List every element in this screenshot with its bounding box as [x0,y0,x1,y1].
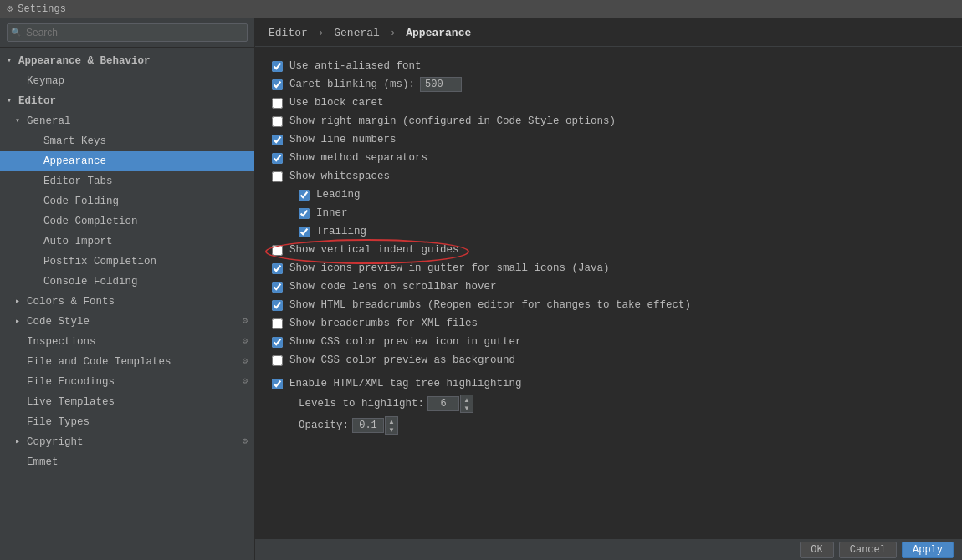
opacity-input[interactable] [352,418,384,433]
checkbox-indent-guides[interactable] [272,245,283,256]
content-panel: Editor › General › Appearance Use anti-a… [255,18,962,560]
caret-ms-input[interactable] [420,77,462,92]
gear-icon: ⚙ [242,374,248,389]
sidebar-item-file-types[interactable]: File Types [0,412,254,432]
setting-row-indent-guides: Show vertical indent guides [272,241,945,259]
sidebar-item-code-style[interactable]: Code Style⚙ [0,312,254,332]
breadcrumb-sep-1: › [318,27,331,39]
checkbox-right-margin[interactable] [272,116,283,127]
setting-row-anti-aliased: Use anti-aliased font [272,57,945,75]
sidebar-item-emmet[interactable]: Emmet [0,452,254,472]
settings-icon: ⚙ [7,3,13,15]
ok-button[interactable]: OK [800,542,833,558]
setting-label-icons-preview: Show icons preview in gutter for small i… [289,262,610,274]
setting-row-levels: Levels to highlight:▲▼ [299,393,945,415]
checkbox-leading[interactable] [299,190,310,201]
sidebar-item-label: Copyright [27,434,84,451]
sidebar-item-code-folding[interactable]: Code Folding [0,191,254,211]
checkbox-tag-highlighting[interactable] [272,379,283,389]
breadcrumb-sep-2: › [390,27,403,39]
bottom-bar: OK Cancel Apply [255,538,962,560]
breadcrumb-current: Appearance [406,27,471,39]
checkbox-block-caret[interactable] [272,98,283,109]
checkbox-anti-aliased[interactable] [272,61,283,72]
setting-row-html-breadcrumbs: Show HTML breadcrumbs (Reopen editor for… [272,296,945,314]
arrow-icon [15,115,23,128]
setting-label-inner: Inner [316,207,348,219]
arrow-icon [7,94,15,108]
sidebar-item-file-encodings[interactable]: File Encodings⚙ [0,372,254,392]
checkbox-html-breadcrumbs[interactable] [272,300,283,311]
sidebar-item-editor[interactable]: Editor [0,91,254,111]
setting-row-leading: Leading [299,186,945,204]
sidebar-item-auto-import[interactable]: Auto Import [0,232,254,252]
sidebar-item-postfix-completion[interactable]: Postfix Completion [0,252,254,272]
setting-row-css-color-icon: Show CSS color preview icon in gutter [272,333,945,351]
checkbox-whitespaces[interactable] [272,171,283,182]
opacity-down-button[interactable]: ▼ [386,425,397,434]
title-bar: ⚙ Settings [0,0,962,18]
setting-label-method-separators: Show method separators [289,152,427,164]
setting-label-whitespaces: Show whitespaces [289,171,390,182]
sidebar-item-editor-tabs[interactable]: Editor Tabs [0,171,254,191]
levels-down-button[interactable]: ▼ [461,404,473,412]
checkbox-inner[interactable] [299,208,310,219]
setting-label-anti-aliased: Use anti-aliased font [289,60,422,72]
checkbox-code-lens[interactable] [272,282,283,293]
sidebar-item-copyright[interactable]: Copyright⚙ [0,432,254,452]
levels-up-button[interactable]: ▲ [461,395,473,404]
cancel-button[interactable]: Cancel [839,542,897,558]
main-container: Appearance & BehaviorKeymapEditorGeneral… [0,18,962,560]
sidebar-item-inspections[interactable]: Inspections⚙ [0,332,254,352]
sidebar-item-keymap[interactable]: Keymap [0,71,254,91]
checkbox-css-color-icon[interactable] [272,337,283,348]
setting-label-line-numbers: Show line numbers [289,134,397,145]
checkbox-line-numbers[interactable] [272,135,283,145]
sidebar-tree: Appearance & BehaviorKeymapEditorGeneral… [0,48,254,560]
breadcrumb-part-1: Editor [269,27,308,39]
levels-spinner-arrows: ▲▼ [460,395,473,413]
sidebar-item-general[interactable]: General [0,111,254,131]
setting-label-breadcrumbs-xml: Show breadcrumbs for XML files [289,318,478,329]
sidebar-item-live-templates[interactable]: Live Templates [0,392,254,412]
gear-icon: ⚙ [242,354,248,369]
sidebar-item-file-code-templates[interactable]: File and Code Templates⚙ [0,352,254,372]
arrow-icon [15,435,23,449]
setting-label-css-color-bg: Show CSS color preview as background [289,354,515,366]
sidebar-item-label: Code Completion [43,213,138,230]
checkbox-method-separators[interactable] [272,153,283,164]
settings-content: Use anti-aliased fontCaret blinking (ms)… [255,47,962,538]
sidebar-item-code-completion[interactable]: Code Completion [0,211,254,232]
checkbox-caret-blinking[interactable] [272,79,283,90]
sidebar-item-smart-keys[interactable]: Smart Keys [0,131,254,151]
gear-icon: ⚙ [242,314,248,329]
checkbox-breadcrumbs-xml[interactable] [272,318,283,329]
breadcrumb-part-2: General [334,27,380,39]
sidebar-item-label: Editor [18,93,56,109]
sidebar-item-label: Emmet [27,454,59,471]
checkbox-css-color-bg[interactable] [272,355,283,366]
sidebar-item-label: Console Folding [43,273,138,290]
opacity-label: Opacity: [299,420,349,431]
sidebar-item-label: Live Templates [27,394,115,410]
setting-label-tag-highlighting: Enable HTML/XML tag tree highlighting [289,378,522,389]
sidebar-item-console-folding[interactable]: Console Folding [0,272,254,292]
checkbox-trailing[interactable] [299,227,310,237]
setting-label-code-lens: Show code lens on scrollbar hover [289,281,497,293]
sidebar-item-label: Appearance & Behavior [18,53,151,69]
search-input[interactable] [7,23,248,42]
sidebar-item-appearance[interactable]: Appearance [0,151,254,171]
levels-input[interactable] [427,396,459,411]
setting-label-right-margin: Show right margin (configured in Code St… [289,115,616,127]
sidebar-item-label: Keymap [27,73,64,89]
apply-button[interactable]: Apply [902,542,954,558]
sidebar-item-label: Inspections [27,333,96,350]
levels-label: Levels to highlight: [299,398,424,410]
setting-row-line-numbers: Show line numbers [272,130,945,149]
sidebar-item-colors-fonts[interactable]: Colors & Fonts [0,292,254,312]
sidebar-item-appearance-behavior[interactable]: Appearance & Behavior [0,51,254,71]
checkbox-icons-preview[interactable] [272,263,283,274]
setting-label-leading: Leading [316,189,361,201]
opacity-up-button[interactable]: ▲ [386,417,397,425]
oval-annotation: Show vertical indent guides [272,244,459,256]
